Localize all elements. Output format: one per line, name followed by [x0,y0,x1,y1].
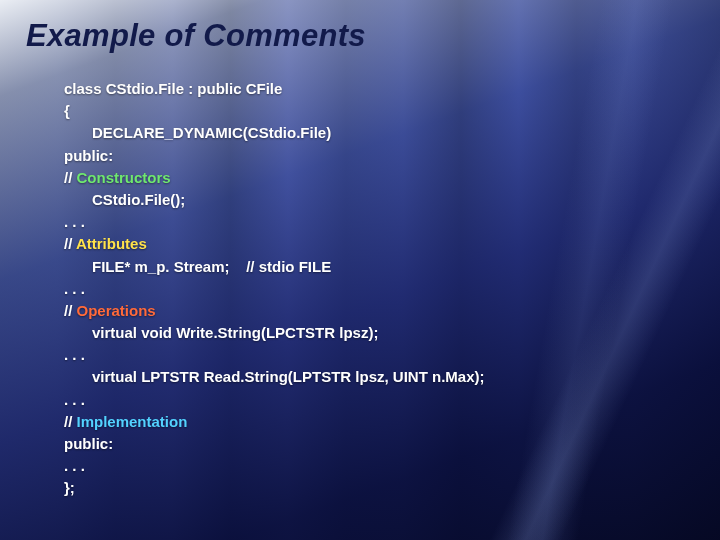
section-implementation: Implementation [77,413,188,430]
code-line: DECLARE_DYNAMIC(CStdio.File) [64,122,674,144]
code-line: // Constructors [64,167,674,189]
code-line: FILE* m_p. Stream; // stdio FILE [64,256,674,278]
code-line: // Attributes [64,233,674,255]
comment-prefix: // [64,302,77,319]
comment-prefix: // [64,169,77,186]
code-line: }; [64,477,674,499]
code-line: . . . [64,211,674,233]
section-constructors: Constructors [77,169,171,186]
code-block: class CStdio.File : public CFile { DECLA… [64,78,674,500]
code-line: // Implementation [64,411,674,433]
code-line: . . . [64,389,674,411]
code-line: . . . [64,278,674,300]
code-line: virtual void Write.String(LPCTSTR lpsz); [64,322,674,344]
code-line: virtual LPTSTR Read.String(LPTSTR lpsz, … [64,366,674,388]
code-line: { [64,100,674,122]
code-line: // Operations [64,300,674,322]
code-line: . . . [64,344,674,366]
section-attributes: Attributes [76,235,147,252]
code-line: public: [64,145,674,167]
comment-prefix: // [64,413,77,430]
section-operations: Operations [77,302,156,319]
slide-title: Example of Comments [26,18,366,54]
code-line: . . . [64,455,674,477]
comment-prefix: // [64,235,76,252]
code-line: public: [64,433,674,455]
code-line: CStdio.File(); [64,189,674,211]
slide: Example of Comments class CStdio.File : … [0,0,720,540]
code-line: class CStdio.File : public CFile [64,78,674,100]
